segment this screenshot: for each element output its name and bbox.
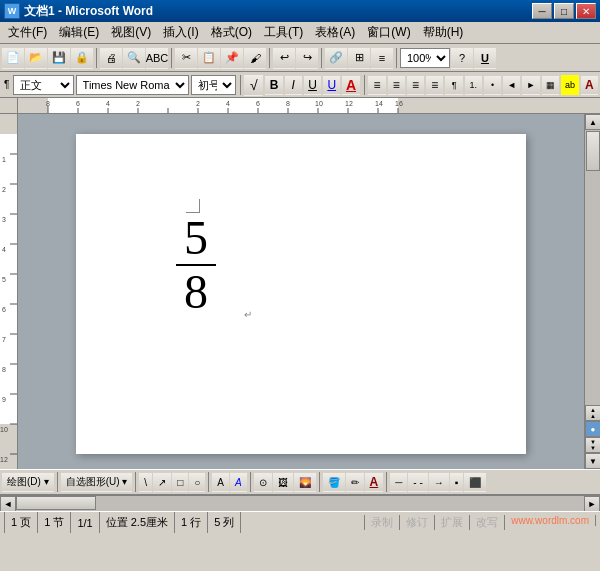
- indent-increase[interactable]: ►: [522, 75, 539, 95]
- draw-sep-1: [57, 472, 58, 492]
- picture-tool[interactable]: 🌄: [294, 472, 316, 492]
- enter-mark: ↵: [244, 309, 252, 320]
- hscroll-left[interactable]: ◄: [0, 496, 16, 512]
- autoshape-menu[interactable]: 自选图形(U) ▾: [61, 472, 133, 492]
- save-button[interactable]: 💾: [48, 47, 70, 69]
- open-button[interactable]: 📂: [25, 47, 47, 69]
- line-style-btn[interactable]: ─: [390, 472, 407, 492]
- underline-button[interactable]: U: [304, 75, 321, 95]
- menu-tools[interactable]: 工具(T): [258, 22, 309, 43]
- permission-button[interactable]: 🔒: [71, 47, 93, 69]
- select-browse[interactable]: ●: [585, 421, 600, 437]
- print-button[interactable]: 🖨: [100, 47, 122, 69]
- clipart-tool[interactable]: 🖼: [273, 472, 293, 492]
- shadow-btn[interactable]: ▪: [450, 472, 464, 492]
- sqrt-btn[interactable]: √: [244, 74, 263, 96]
- font-color-A[interactable]: A: [342, 75, 359, 95]
- justify[interactable]: ≡: [426, 75, 443, 95]
- textbox-tool[interactable]: A: [212, 472, 229, 492]
- highlight-btn[interactable]: ab: [561, 75, 579, 95]
- maximize-button[interactable]: □: [554, 3, 574, 19]
- underline-color-button[interactable]: U: [323, 75, 340, 95]
- menu-help[interactable]: 帮助(H): [417, 22, 470, 43]
- underline-toolbar-btn[interactable]: U: [474, 47, 496, 69]
- size-select[interactable]: 初号: [191, 75, 236, 95]
- wordart-tool[interactable]: A: [230, 472, 247, 492]
- diagram-tool[interactable]: ⊙: [254, 472, 272, 492]
- status-right: 录制 修订 扩展 改写 www.wordlm.com: [364, 515, 596, 530]
- svg-text:8: 8: [2, 366, 6, 373]
- align-center[interactable]: ≡: [388, 75, 405, 95]
- arrow-style-btn[interactable]: →: [429, 472, 449, 492]
- font-color-draw[interactable]: A: [365, 472, 384, 492]
- copy-button[interactable]: 📋: [198, 47, 220, 69]
- fill-color-btn[interactable]: 🪣: [323, 472, 345, 492]
- line-tool[interactable]: \: [139, 472, 152, 492]
- paste-button[interactable]: 📌: [221, 47, 243, 69]
- new-button[interactable]: 📄: [2, 47, 24, 69]
- svg-text:4: 4: [106, 100, 110, 107]
- hscroll-right[interactable]: ►: [584, 496, 600, 512]
- border-btn[interactable]: ▦: [542, 75, 559, 95]
- status-column: 5 列: [208, 512, 241, 533]
- separator-2: [171, 48, 172, 68]
- status-overwrite: 改写: [470, 515, 505, 530]
- menu-view[interactable]: 视图(V): [105, 22, 157, 43]
- rect-tool[interactable]: □: [172, 472, 188, 492]
- cut-button[interactable]: ✂: [175, 47, 197, 69]
- ellipse-tool[interactable]: ○: [189, 472, 205, 492]
- menu-table[interactable]: 表格(A): [309, 22, 361, 43]
- bold-button[interactable]: B: [265, 75, 282, 95]
- scroll-page-up[interactable]: ▲▲: [585, 405, 600, 421]
- svg-text:14: 14: [375, 100, 383, 107]
- minimize-button[interactable]: ─: [532, 3, 552, 19]
- align-right[interactable]: ≡: [407, 75, 424, 95]
- scroll-page-down[interactable]: ▼▼: [585, 437, 600, 453]
- menu-insert[interactable]: 插入(I): [157, 22, 204, 43]
- columns-button[interactable]: ≡: [371, 47, 393, 69]
- format-painter[interactable]: 🖌: [244, 47, 266, 69]
- undo-button[interactable]: ↩: [273, 47, 295, 69]
- numbering[interactable]: 1.: [465, 75, 482, 95]
- drawing-menu[interactable]: 绘图(D) ▾: [2, 472, 54, 492]
- line-color-btn[interactable]: ✏: [346, 472, 364, 492]
- arrow-tool[interactable]: ↗: [153, 472, 171, 492]
- italic-button[interactable]: I: [285, 75, 302, 95]
- document-area[interactable]: 5 8 ↵: [18, 114, 584, 469]
- scroll-up-button[interactable]: ▲: [585, 114, 600, 130]
- svg-text:9: 9: [2, 396, 6, 403]
- draw-sep-4: [250, 472, 251, 492]
- scroll-track[interactable]: [585, 130, 600, 405]
- bullets[interactable]: •: [484, 75, 501, 95]
- menu-window[interactable]: 窗口(W): [361, 22, 416, 43]
- indent-decrease[interactable]: ◄: [503, 75, 520, 95]
- hscroll-track[interactable]: [16, 496, 584, 511]
- title-buttons: ─ □ ✕: [532, 3, 596, 19]
- line-spacing[interactable]: ¶: [445, 75, 462, 95]
- svg-text:3: 3: [2, 216, 6, 223]
- menu-format[interactable]: 格式(O): [205, 22, 258, 43]
- close-button[interactable]: ✕: [576, 3, 596, 19]
- hscroll-thumb[interactable]: [16, 496, 96, 510]
- font-color-btn2[interactable]: A: [581, 75, 598, 95]
- zoom-help[interactable]: ?: [451, 47, 473, 69]
- spell-button[interactable]: ABC: [146, 47, 168, 69]
- redo-button[interactable]: ↪: [296, 47, 318, 69]
- align-left[interactable]: ≡: [368, 75, 385, 95]
- preview-button[interactable]: 🔍: [123, 47, 145, 69]
- hyperlink-button[interactable]: 🔗: [325, 47, 347, 69]
- right-scrollbar: ▲ ▲▲ ● ▼▼ ▼: [584, 114, 600, 469]
- horizontal-scrollbar-area: ◄ ►: [0, 495, 600, 511]
- menu-file[interactable]: 文件(F): [2, 22, 53, 43]
- standard-toolbar: 📄 📂 💾 🔒 🖨 🔍 ABC ✂ 📋 📌 🖌 ↩ ↪ 🔗 ⊞ ≡ 100% ?…: [0, 44, 600, 72]
- font-select[interactable]: Times New Roma: [76, 75, 189, 95]
- table-button[interactable]: ⊞: [348, 47, 370, 69]
- style-select[interactable]: 正文: [13, 75, 73, 95]
- zoom-select[interactable]: 100%: [400, 48, 450, 68]
- menu-edit[interactable]: 编辑(E): [53, 22, 105, 43]
- style-indicator: ¶: [2, 79, 11, 90]
- scroll-thumb[interactable]: [586, 131, 600, 171]
- 3d-btn[interactable]: ⬛: [464, 472, 486, 492]
- scroll-down-button[interactable]: ▼: [585, 453, 600, 469]
- dash-style-btn[interactable]: - -: [408, 472, 427, 492]
